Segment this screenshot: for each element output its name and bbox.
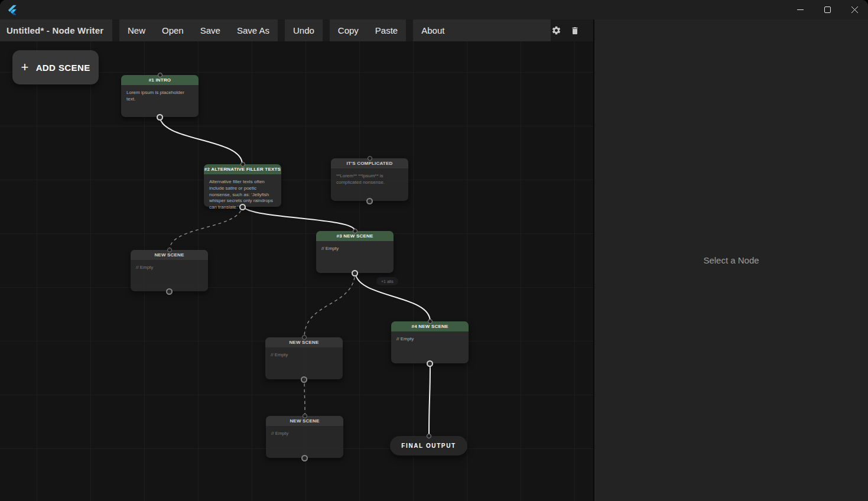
- node-body-text: **Lorem** **Ipsum** is complicated nonse…: [331, 168, 408, 191]
- node-body-text: // Empty: [316, 241, 394, 257]
- menu-item-about[interactable]: About: [413, 19, 453, 41]
- output-port[interactable]: [427, 360, 433, 367]
- node-canvas[interactable]: + ADD SCENE #1 INTROLorem ipsum is place…: [0, 41, 593, 501]
- input-port[interactable]: [167, 248, 172, 252]
- plus-icon: +: [21, 61, 28, 74]
- menu-group: Undo: [285, 19, 323, 41]
- node-title: FINAL OUTPUT: [401, 443, 456, 449]
- menubar-separator: [112, 19, 119, 41]
- menubar: Untitled* - Node Writer NewOpenSaveSave …: [0, 19, 593, 41]
- node-scene-3[interactable]: #3 NEW SCENE// Empty: [316, 231, 394, 273]
- add-scene-button[interactable]: + ADD SCENE: [12, 50, 99, 84]
- edge-connection-solid: [429, 362, 430, 436]
- input-port[interactable]: [368, 156, 372, 161]
- menu-item-copy[interactable]: Copy: [330, 19, 367, 41]
- trash-icon[interactable]: [570, 25, 580, 36]
- menu-group: CopyPaste: [330, 19, 406, 41]
- output-port[interactable]: [352, 270, 358, 276]
- node-scene-4[interactable]: #4 NEW SCENE// Empty: [391, 321, 469, 363]
- node-body-text: // Empty: [131, 260, 208, 276]
- menu-item-open[interactable]: Open: [154, 19, 192, 41]
- node-complicated[interactable]: IT'S COMPLICATED**Lorem** **Ipsum** is c…: [331, 158, 408, 201]
- input-port[interactable]: [428, 319, 433, 324]
- close-icon[interactable]: [841, 0, 868, 19]
- menu-item-paste[interactable]: Paste: [367, 19, 406, 41]
- node-final-output[interactable]: FINAL OUTPUT: [390, 436, 467, 456]
- alts-count-badge[interactable]: +1 alts: [376, 277, 398, 285]
- settings-gear-icon[interactable]: [551, 25, 561, 36]
- node-body-text: // Empty: [391, 331, 469, 347]
- node-alt-scene-mid[interactable]: NEW SCENE// Empty: [265, 337, 343, 379]
- menubar-separator: [406, 19, 413, 41]
- menu-item-save[interactable]: Save: [192, 19, 229, 41]
- node-alt-filler-texts[interactable]: #2 ALTERNATIVE FILLER TEXTSAlternative f…: [204, 164, 281, 207]
- inspector-panel: Select a Node: [593, 19, 868, 501]
- menubar-separator: [278, 19, 285, 41]
- minimize-icon[interactable]: [786, 0, 814, 19]
- node-alt-scene-bottom[interactable]: NEW SCENE// Empty: [266, 416, 343, 458]
- edge-connection-solid: [160, 115, 242, 164]
- menu-item-save-as[interactable]: Save As: [229, 19, 278, 41]
- node-alt-scene-left[interactable]: NEW SCENE// Empty: [131, 250, 208, 291]
- input-port[interactable]: [240, 162, 245, 167]
- output-port[interactable]: [157, 114, 163, 121]
- input-port[interactable]: [353, 229, 357, 233]
- output-port[interactable]: [301, 455, 308, 461]
- menu-item-undo[interactable]: Undo: [285, 19, 323, 41]
- menubar-icons: [551, 19, 593, 41]
- window-controls: [786, 0, 868, 19]
- window-title: Untitled* - Node Writer: [0, 19, 112, 41]
- edge-connection-dashed: [304, 271, 355, 337]
- menu-item-new[interactable]: New: [119, 19, 154, 41]
- input-port[interactable]: [158, 73, 162, 77]
- maximize-icon[interactable]: [814, 0, 841, 19]
- output-port[interactable]: [366, 198, 373, 204]
- input-port[interactable]: [427, 434, 431, 438]
- node-body-text: // Empty: [266, 426, 343, 442]
- flutter-logo-icon: [7, 5, 18, 15]
- node-body-text: // Empty: [265, 347, 343, 363]
- input-port[interactable]: [302, 335, 307, 340]
- node-body-text: Lorem ipsum is placeholder text.: [121, 85, 199, 108]
- output-port[interactable]: [239, 204, 246, 210]
- app-window: Untitled* - Node Writer NewOpenSaveSave …: [0, 0, 868, 501]
- input-port[interactable]: [303, 414, 307, 418]
- menu-group: About: [413, 19, 551, 41]
- menu-group: NewOpenSaveSave As: [119, 19, 278, 41]
- inspector-empty-state: Select a Node: [703, 255, 759, 265]
- titlebar: [0, 0, 868, 19]
- add-scene-label: ADD SCENE: [36, 63, 90, 73]
- output-port[interactable]: [301, 376, 307, 383]
- menubar-separator: [323, 19, 330, 41]
- output-port[interactable]: [166, 288, 173, 295]
- edge-connection-dashed: [304, 378, 305, 416]
- node-intro[interactable]: #1 INTROLorem ipsum is placeholder text.: [121, 75, 199, 117]
